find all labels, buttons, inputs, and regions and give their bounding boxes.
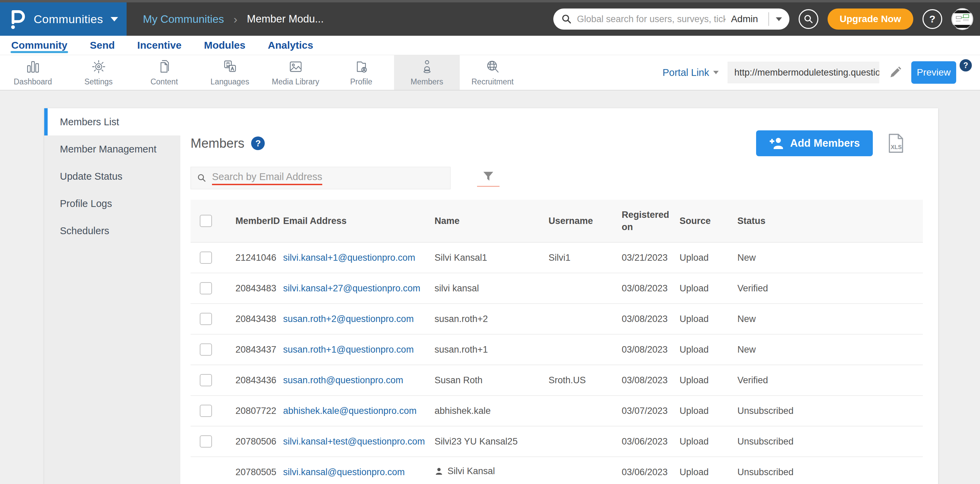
primary-nav: Community Send Incentive Modules Analyti… [0,36,980,55]
col-header-member-id: MemberID [234,200,282,242]
breadcrumb-current: Member Modu... [247,13,324,25]
sidebar-item-profile-logs[interactable]: Profile Logs [44,190,180,217]
row-checkbox[interactable] [200,435,212,447]
upgrade-now-button[interactable]: Upgrade Now [827,8,913,30]
email-link[interactable]: susan.roth+2@questionpro.com [283,314,414,324]
pencil-icon [888,65,902,80]
nav-item-send[interactable]: Send [90,36,115,55]
search-icon [197,173,207,183]
tab-label: Dashboard [14,77,52,86]
col-header-status: Status [736,200,923,242]
tab-content[interactable]: Content [131,55,197,90]
nav-item-analytics[interactable]: Analytics [268,36,313,55]
breadcrumb-parent-link[interactable]: My Communities [143,13,224,25]
cell-status: New [736,242,923,273]
topbar-actions: Admin Upgrade Now ? [553,2,980,36]
portal-link-dropdown[interactable]: Portal Link [662,67,719,78]
email-link[interactable]: susan.roth@questionpro.com [283,375,403,385]
email-link[interactable]: silvi.kansal+1@questionpro.com [283,253,415,263]
email-link[interactable]: silvi.kansal+27@questionpro.com [283,283,420,293]
portal-link-group: Portal Link http://membermoduletesting.q… [662,55,980,90]
table-row: 20807722 abhishek.kale@questionpro.com a… [191,395,923,426]
col-header-registered: Registered on [620,200,678,242]
members-table: MemberID Email Address Name Username Reg… [191,200,923,484]
members-help-button[interactable]: ? [251,137,265,150]
sidebar-item-update-status[interactable]: Update Status [44,163,180,190]
email-link[interactable]: silvi.kansal@questionpro.com [283,467,405,477]
add-members-button[interactable]: Add Members [756,131,873,156]
cell-username [547,457,620,484]
preview-button[interactable]: Preview [911,61,956,84]
members-card: Members List Member Management Update St… [44,108,938,484]
search-scope-label[interactable]: Admin [731,14,758,24]
cell-registered: 03/06/2023 [620,457,678,484]
tab-settings[interactable]: Settings [66,55,131,90]
cell-name: Silvi Kansal1 [433,242,547,273]
cell-email: silvi.kansal+27@questionpro.com [282,273,433,304]
preview-help-button[interactable]: ? [959,59,972,72]
nav-item-modules[interactable]: Modules [204,36,245,55]
questionpro-logo-icon [8,8,26,30]
cell-status: Verified [736,273,923,304]
scope-chevron-down-icon[interactable] [776,18,782,21]
tab-recruitment[interactable]: Recruitment [460,55,525,90]
cell-status: Unsubscribed [736,457,923,484]
row-checkbox[interactable] [200,313,212,325]
tab-members[interactable]: Members [394,55,460,90]
cell-registered: 03/08/2023 [620,304,678,334]
row-checkbox[interactable] [200,344,212,356]
cell-source: Upload [678,457,736,484]
col-header-source: Source [678,200,736,242]
cell-name: susan.roth+1 [433,334,547,365]
row-checkbox[interactable] [200,405,212,417]
edit-url-button[interactable] [888,65,902,80]
search-submit-button[interactable] [799,9,818,29]
tab-dashboard[interactable]: Dashboard [0,55,66,90]
tab-languages[interactable]: Languages [197,55,263,90]
sidebar-item-member-management[interactable]: Member Management [44,135,180,163]
cell-registered: 03/07/2023 [620,395,678,426]
cell-email: silvi.kansal+test@questionpro.com [282,426,433,457]
tab-label: Profile [350,77,372,86]
row-checkbox[interactable] [200,252,212,264]
cell-username: Sroth.US [547,365,620,395]
globe-search-icon [484,59,501,75]
sidebar-item-members-list[interactable]: Members List [44,108,180,135]
select-all-checkbox[interactable] [200,215,212,227]
tab-profile[interactable]: Profile [328,55,394,90]
tab-label: Recruitment [472,77,514,86]
module-toolbar: Dashboard Settings Content Languages [0,55,980,91]
email-link[interactable]: susan.roth+1@questionpro.com [283,344,414,355]
cell-member-id: 20780505 [234,457,282,484]
sidebar-item-schedulers[interactable]: Schedulers [44,217,180,244]
export-xls-button[interactable]: XLS [888,134,904,153]
table-header-row: MemberID Email Address Name Username Reg… [191,200,923,242]
filter-button[interactable] [477,169,500,187]
cell-status: Unsubscribed [736,426,923,457]
email-link[interactable]: silvi.kansal+test@questionpro.com [283,436,425,447]
help-button[interactable]: ? [923,9,942,29]
nav-item-community[interactable]: Community [11,36,67,55]
tab-media-library[interactable]: Media Library [263,55,328,90]
cell-source: Upload [678,334,736,365]
table-row: 20843438 susan.roth+2@questionpro.com su… [191,304,923,334]
member-name: Silvi Kansal1 [434,253,487,263]
row-checkbox[interactable] [200,374,212,386]
cell-status: New [736,304,923,334]
nav-item-incentive[interactable]: Incentive [137,36,181,55]
person-add-icon [769,137,784,150]
member-search-input[interactable]: Search by Email Address [191,167,450,189]
row-checkbox[interactable] [200,282,212,295]
email-link[interactable]: abhishek.kale@questionpro.com [283,406,417,416]
top-bar: Communities My Communities › Member Modu… [0,0,980,36]
global-search-input[interactable] [577,14,726,24]
product-switcher[interactable]: Communities [0,2,127,36]
cell-email: susan.roth+2@questionpro.com [282,304,433,334]
portal-url-field[interactable]: http://membermoduletesting.questio [727,62,879,83]
cell-email: silvi.kansal+1@questionpro.com [282,242,433,273]
profile-folder-icon [353,59,370,75]
member-person-icon [434,467,443,478]
col-header-username: Username [547,200,620,242]
breadcrumb: My Communities › Member Modu... [143,2,324,36]
avatar[interactable] [951,8,973,30]
